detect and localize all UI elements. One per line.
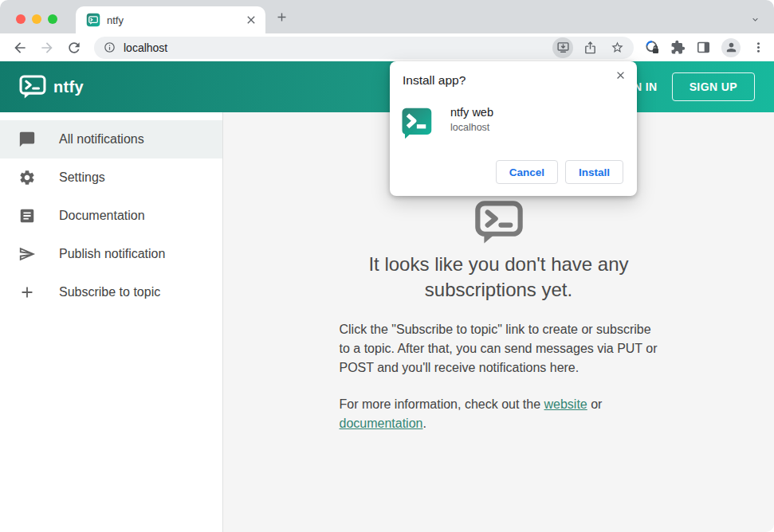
traffic-lights: [16, 14, 57, 24]
install-app-dialog: Install app? ntfy web localhost Cancel I…: [390, 61, 637, 196]
window-zoom-button[interactable]: [48, 14, 57, 24]
sidebar-item-label: Settings: [59, 170, 105, 185]
ntfy-terminal-icon: [474, 200, 524, 244]
sidebar-item-label: Documentation: [59, 209, 145, 223]
browser-window: ntfy localhost: [0, 0, 774, 532]
side-panel-icon[interactable]: [696, 40, 711, 55]
tab-close-icon[interactable]: [245, 14, 257, 26]
sidebar-nav: All notifications Settings Documentation…: [0, 112, 223, 532]
extensions-puzzle-icon[interactable]: [670, 40, 686, 55]
browser-menu-icon[interactable]: [751, 40, 766, 55]
share-icon[interactable]: [580, 37, 600, 58]
sidebar-item-documentation[interactable]: Documentation: [0, 197, 222, 235]
more-info-prefix: For more information, check out the: [340, 397, 544, 411]
password-manager-extension-icon[interactable]: [645, 40, 660, 55]
sign-up-button[interactable]: SIGN UP: [672, 72, 755, 101]
site-info-icon[interactable]: [104, 41, 116, 53]
more-info-suffix: .: [422, 417, 426, 430]
gear-icon: [18, 169, 36, 186]
browser-tab-ntfy[interactable]: ntfy: [76, 6, 265, 33]
sidebar-item-settings[interactable]: Settings: [0, 158, 222, 197]
new-tab-button[interactable]: [275, 10, 289, 24]
forward-button[interactable]: [39, 40, 55, 56]
sidebar-item-all-notifications[interactable]: All notifications: [0, 120, 222, 158]
tab-strip: ntfy: [0, 0, 774, 33]
tab-search-chevron-icon[interactable]: [750, 14, 760, 25]
ntfy-app-bar: ntfy SIGN IN SIGN UP: [0, 61, 774, 112]
address-bar[interactable]: localhost: [94, 37, 634, 59]
install-app-origin: localhost: [450, 122, 489, 133]
brand-name: ntfy: [53, 78, 84, 96]
empty-state-paragraph: Click the "Subscribe to topic" link to c…: [340, 320, 658, 377]
bookmark-star-icon[interactable]: [607, 37, 627, 58]
install-app-name: ntfy web: [450, 106, 493, 119]
ntfy-app-icon: [399, 106, 433, 139]
reload-button[interactable]: [66, 40, 82, 56]
sidebar-item-label: Publish notification: [59, 247, 165, 261]
install-dialog-title: Install app?: [403, 73, 466, 88]
sidebar-item-label: Subscribe to topic: [59, 285, 160, 299]
website-link[interactable]: website: [544, 397, 587, 411]
url-text[interactable]: localhost: [124, 41, 546, 54]
back-button[interactable]: [12, 40, 28, 56]
chat-bubble-icon: [18, 131, 36, 148]
article-icon: [18, 207, 36, 225]
plus-icon: [18, 284, 36, 301]
empty-state-heading: It looks like you don't have any subscri…: [340, 252, 658, 303]
tab-favicon-ntfy-icon: [86, 13, 100, 27]
cancel-button[interactable]: Cancel: [496, 160, 558, 184]
documentation-link[interactable]: documentation: [340, 417, 423, 430]
sidebar-item-label: All notifications: [59, 132, 144, 147]
install-button[interactable]: Install: [565, 160, 623, 184]
window-close-button[interactable]: [16, 14, 26, 24]
send-icon: [18, 245, 36, 263]
install-app-icon[interactable]: [552, 37, 573, 58]
sidebar-item-subscribe-to-topic[interactable]: Subscribe to topic: [0, 273, 222, 311]
sidebar-item-publish-notification[interactable]: Publish notification: [0, 235, 222, 273]
more-info-middle: or: [587, 397, 603, 411]
profile-avatar[interactable]: [721, 38, 741, 57]
dialog-close-icon[interactable]: [615, 69, 627, 81]
tab-title: ntfy: [107, 14, 245, 26]
browser-toolbar: localhost: [0, 33, 774, 61]
ntfy-logo-icon: [19, 75, 46, 100]
window-minimize-button[interactable]: [32, 14, 41, 24]
extensions-area: [645, 38, 766, 57]
more-info-paragraph: For more information, check out the webs…: [340, 395, 658, 433]
